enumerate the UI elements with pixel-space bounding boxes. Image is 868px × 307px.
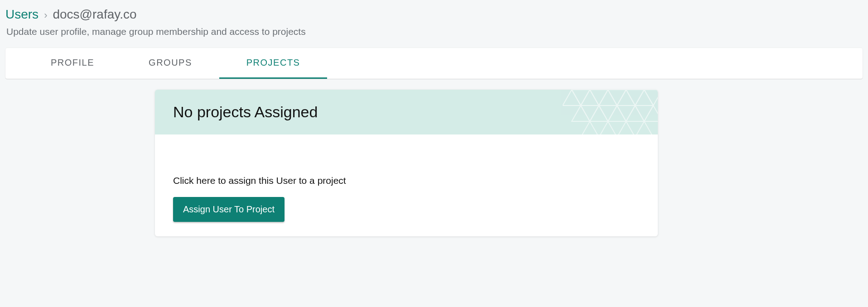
projects-empty-text: Click here to assign this User to a proj… bbox=[173, 175, 640, 186]
projects-card-body: Click here to assign this User to a proj… bbox=[155, 134, 658, 236]
tab-groups[interactable]: GROUPS bbox=[121, 48, 219, 79]
assign-user-to-project-button[interactable]: Assign User To Project bbox=[173, 197, 285, 222]
svg-marker-13 bbox=[635, 121, 653, 134]
projects-card-title: No projects Assigned bbox=[173, 103, 640, 121]
svg-marker-9 bbox=[644, 106, 658, 121]
breadcrumb-current: docs@rafay.co bbox=[53, 7, 136, 22]
tab-projects[interactable]: PROJECTS bbox=[219, 48, 328, 79]
tab-profile[interactable]: PROFILE bbox=[24, 48, 121, 79]
page-subtitle: Update user profile, manage group member… bbox=[5, 24, 863, 48]
svg-marker-10 bbox=[581, 121, 599, 134]
content-area: No projects Assigned bbox=[5, 79, 863, 236]
breadcrumb-separator: › bbox=[44, 10, 47, 21]
breadcrumb-root-link[interactable]: Users bbox=[5, 7, 39, 22]
breadcrumb: Users › docs@rafay.co bbox=[5, 5, 863, 24]
svg-marker-11 bbox=[599, 121, 617, 134]
projects-empty-card: No projects Assigned bbox=[155, 90, 658, 236]
tabs-bar: PROFILE GROUPS PROJECTS bbox=[5, 48, 863, 79]
svg-marker-18 bbox=[644, 90, 658, 106]
svg-marker-12 bbox=[617, 121, 635, 134]
projects-card-header: No projects Assigned bbox=[155, 90, 658, 134]
